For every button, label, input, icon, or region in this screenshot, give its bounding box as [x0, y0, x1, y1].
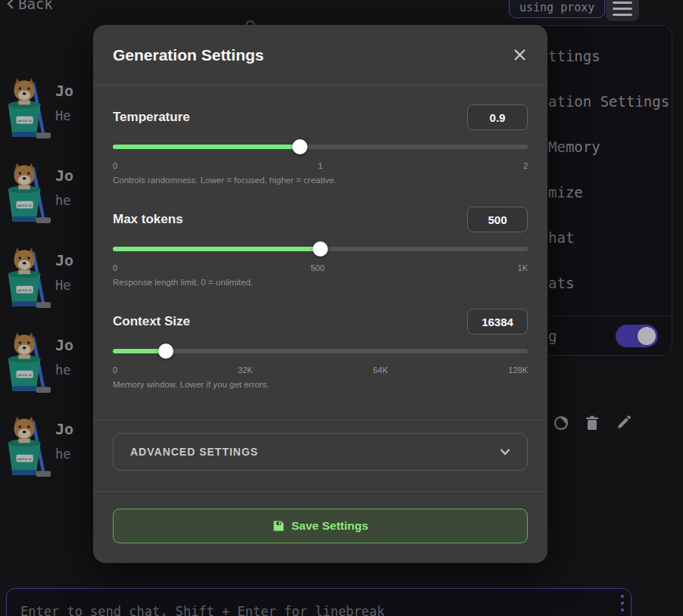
svg-text:Janitor AI: Janitor AI	[17, 373, 31, 377]
slider-thumb[interactable]	[292, 139, 307, 154]
max-tokens-ticks: 0 500 1K	[113, 263, 528, 272]
svg-text:Janitor AI: Janitor AI	[17, 288, 31, 292]
svg-text:Janitor AI: Janitor AI	[17, 119, 31, 123]
context-size-label: Context Size	[113, 314, 190, 329]
footer-divider	[93, 491, 547, 492]
doge-bucket-avatar: Janitor AI	[4, 77, 51, 147]
message-composer[interactable]: Enter to send chat, Shift + Enter for li…	[6, 588, 632, 616]
close-button[interactable]	[510, 45, 529, 65]
save-settings-label: Save Settings	[292, 519, 369, 533]
temperature-help-text: Controls randomness. Lower = focused, hi…	[113, 176, 528, 185]
doge-bucket-avatar: Janitor AI	[4, 415, 51, 485]
context-size-setting: Context Size 16384 0 32K 64K 128K Memory…	[113, 309, 528, 389]
chat-list-item[interactable]: Janitor AI Jo he	[4, 415, 93, 485]
max-tokens-setting: Max tokens 500 0 500 1K Response length …	[113, 207, 528, 287]
section-divider	[93, 419, 547, 420]
chat-name: Jo	[55, 166, 73, 185]
chat-preview: he	[55, 446, 73, 462]
chat-name: Jo	[55, 420, 73, 438]
context-size-value-input[interactable]: 16384	[467, 309, 528, 334]
edit-button[interactable]	[616, 415, 631, 431]
temperature-setting: Temperature 0.9 0 1 2 Controls randomnes…	[113, 104, 528, 185]
temperature-slider[interactable]	[113, 139, 528, 154]
regenerate-button[interactable]	[554, 415, 569, 431]
doge-bucket-avatar: Janitor AI	[4, 247, 51, 316]
temperature-ticks: 0 1 2	[113, 161, 528, 170]
chat-preview: He	[55, 108, 73, 123]
chevron-left-icon	[6, 0, 15, 10]
chat-name: Jo	[55, 82, 73, 100]
composer-placeholder: Enter to send chat, Shift + Enter for li…	[20, 604, 600, 616]
doge-bucket-avatar: Janitor AI	[4, 162, 51, 232]
toggle-switch[interactable]	[616, 325, 658, 347]
chat-name: Jo	[55, 336, 73, 354]
chat-list-item[interactable]: Janitor AI Jo he	[4, 162, 93, 232]
proxy-status-badge[interactable]: using proxy	[509, 0, 605, 18]
temperature-value-input[interactable]: 0.9	[467, 104, 528, 130]
back-label: Back	[18, 0, 53, 12]
close-icon	[513, 48, 526, 61]
max-tokens-slider[interactable]	[113, 241, 528, 257]
svg-text:Janitor AI: Janitor AI	[17, 457, 31, 461]
chat-preview: he	[55, 193, 73, 208]
chat-preview: He	[55, 278, 73, 293]
regenerate-icon	[554, 415, 569, 431]
back-button[interactable]: Back	[6, 0, 53, 12]
temperature-label: Temperature	[113, 110, 190, 125]
save-icon	[273, 520, 285, 532]
composer-options-button[interactable]	[621, 595, 624, 611]
chat-list-item[interactable]: Janitor AI Jo He	[4, 247, 93, 316]
slider-thumb[interactable]	[313, 241, 328, 257]
toggle-label: g	[548, 328, 557, 344]
modal-body: Temperature 0.9 0 1 2 Controls randomnes…	[93, 86, 547, 543]
advanced-settings-label: ADVANCED SETTINGS	[130, 446, 258, 458]
trash-icon	[585, 415, 599, 431]
max-tokens-help-text: Response length limit. 0 = unlimited.	[113, 278, 528, 287]
modal-title: Generation Settings	[113, 46, 264, 64]
save-settings-button[interactable]: Save Settings	[113, 509, 528, 543]
chat-list-item[interactable]: Janitor AI Jo he	[4, 331, 93, 401]
svg-text:Janitor AI: Janitor AI	[17, 204, 31, 207]
pencil-icon	[616, 415, 631, 431]
hamburger-menu-button[interactable]	[606, 0, 639, 21]
modal-header: Generation Settings	[93, 25, 547, 86]
advanced-settings-toggle[interactable]: ADVANCED SETTINGS	[113, 433, 528, 471]
context-size-slider[interactable]	[113, 344, 528, 359]
chevron-down-icon	[498, 445, 512, 459]
context-size-ticks: 0 32K 64K 128K	[113, 366, 528, 375]
slider-thumb[interactable]	[158, 344, 173, 359]
context-size-help-text: Memory window. Lower if you get errors.	[113, 380, 528, 389]
max-tokens-label: Max tokens	[113, 212, 183, 227]
chat-name: Jo	[55, 251, 73, 269]
toggle-knob	[638, 327, 656, 345]
delete-button[interactable]	[585, 415, 600, 431]
chat-list-item[interactable]: Janitor AI Jo He	[4, 77, 93, 147]
chat-preview: he	[55, 362, 73, 378]
doge-bucket-avatar: Janitor AI	[4, 331, 51, 401]
generation-settings-modal: Generation Settings Temperature 0.9 0 1	[93, 25, 547, 563]
message-actions	[554, 415, 631, 431]
max-tokens-value-input[interactable]: 500	[467, 207, 528, 232]
